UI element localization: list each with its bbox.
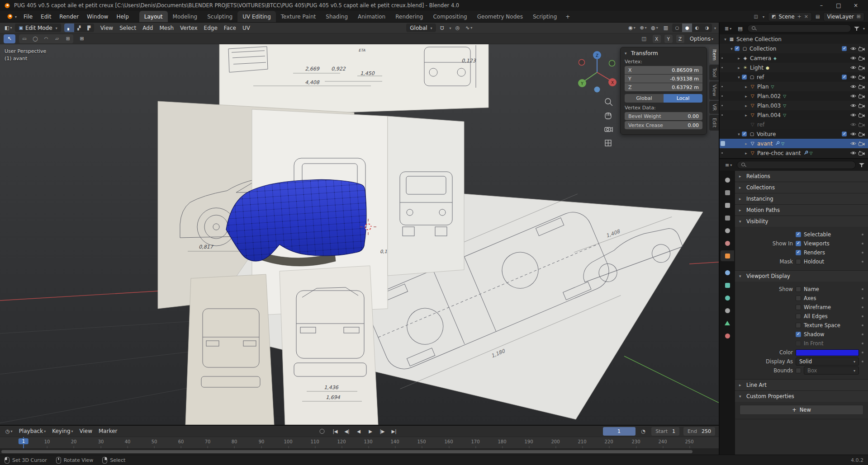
- disable-render-camera-icon[interactable]: [859, 122, 865, 127]
- hide-viewport-eye-icon[interactable]: [850, 56, 857, 61]
- workspace-tab[interactable]: Rendering: [390, 11, 428, 22]
- menubar-menu[interactable]: Render: [55, 12, 83, 21]
- hide-viewport-eye-icon[interactable]: [850, 75, 857, 80]
- disclosure-triangle-icon[interactable]: [625, 51, 629, 56]
- outliner-row[interactable]: ▾ ▦ Scene Collection: [720, 34, 868, 44]
- disable-render-camera-icon[interactable]: [859, 132, 865, 136]
- disclosure-caret[interactable]: ▾: [736, 132, 742, 136]
- gizmo-negative-x[interactable]: [579, 60, 585, 66]
- mirror-icon[interactable]: ◫: [639, 34, 649, 43]
- viewport-menu[interactable]: Vertex: [177, 24, 201, 32]
- options-dropdown[interactable]: Options: [688, 36, 715, 42]
- properties-search-input[interactable]: [749, 162, 852, 168]
- checkbox[interactable]: [796, 296, 801, 301]
- filter-icon[interactable]: [854, 26, 859, 31]
- selectable-checkbox[interactable]: [842, 46, 847, 51]
- mirror-z-toggle[interactable]: Z: [676, 35, 684, 43]
- outliner-row[interactable]: ▸ ▽ Plan.004 ▽: [720, 110, 868, 120]
- horizontal-scrollbar[interactable]: [1, 450, 693, 453]
- disable-render-camera-icon[interactable]: [859, 85, 865, 89]
- vertex-coordinate-field[interactable]: X 0.86509 m: [625, 66, 702, 74]
- checkbox[interactable]: [796, 250, 801, 255]
- outliner-row[interactable]: ▾ ▢ Voiture: [720, 129, 868, 139]
- transport-button[interactable]: ▶: [365, 427, 376, 436]
- disclosure-caret[interactable]: ▾: [729, 47, 735, 51]
- snap-magnet-icon[interactable]: Ω: [437, 23, 447, 32]
- global-orientation-button[interactable]: Global: [625, 94, 664, 103]
- workspace-tab[interactable]: Compositing: [428, 11, 472, 22]
- timeline-menu[interactable]: Keying: [49, 427, 76, 435]
- properties-tab[interactable]: [721, 238, 734, 249]
- vertex-coordinate-field[interactable]: Y -0.93138 m: [625, 75, 702, 83]
- disable-render-camera-icon[interactable]: [859, 94, 865, 99]
- workspace-tab[interactable]: UV Editing: [237, 11, 276, 22]
- gizmos-icon[interactable]: ⊕: [638, 23, 648, 32]
- checkbox[interactable]: [796, 314, 801, 319]
- face-select-mode-button[interactable]: ▛: [84, 23, 94, 32]
- display-as-dropdown[interactable]: Solid: [796, 357, 859, 366]
- new-custom-property-button[interactable]: + New: [740, 405, 863, 415]
- editor-type-properties-icon[interactable]: ≡: [723, 162, 734, 168]
- disclosure-caret[interactable]: ▸: [743, 113, 749, 117]
- disclosure-caret[interactable]: ▸: [736, 56, 742, 61]
- outliner-row[interactable]: ▸ ▽ Plan.002 ▽: [720, 91, 868, 101]
- custom-properties-section-header[interactable]: Custom Properties: [735, 391, 868, 402]
- properties-tab[interactable]: [721, 267, 734, 278]
- disclosure-caret[interactable]: ▸: [743, 85, 749, 89]
- checkbox[interactable]: [796, 341, 801, 346]
- disclosure-caret[interactable]: ▸: [743, 94, 749, 99]
- timeline-menu[interactable]: View: [76, 427, 95, 435]
- transport-button[interactable]: |◀: [330, 427, 341, 436]
- properties-tab[interactable]: [721, 250, 734, 261]
- new-scene-button[interactable]: +: [797, 14, 802, 19]
- shading-material-button[interactable]: ◐: [692, 23, 702, 32]
- disclosure-caret[interactable]: ▾: [736, 75, 742, 80]
- menubar-menu[interactable]: Window: [83, 12, 112, 21]
- current-frame-field[interactable]: 1: [603, 427, 636, 436]
- disable-render-camera-icon[interactable]: [859, 75, 865, 80]
- checkbox[interactable]: [796, 305, 801, 310]
- collection-checkbox[interactable]: [742, 132, 747, 136]
- viewport-menu[interactable]: Mesh: [156, 24, 177, 32]
- cursor-tool-icon[interactable]: ⊞: [62, 34, 73, 43]
- display-mode-icon[interactable]: ▤: [736, 26, 744, 32]
- animate-property-dot[interactable]: [862, 252, 863, 254]
- selectable-checkbox[interactable]: [842, 132, 847, 136]
- bounds-dropdown[interactable]: Box: [804, 366, 859, 375]
- animate-property-dot[interactable]: [862, 243, 863, 244]
- gizmo-negative-y[interactable]: [609, 61, 615, 66]
- gizmo-negative-z[interactable]: [594, 87, 600, 93]
- outliner-search-input[interactable]: [759, 26, 847, 31]
- disable-render-camera-icon[interactable]: [859, 56, 865, 61]
- properties-tab[interactable]: [721, 187, 734, 198]
- collection-checkbox[interactable]: [742, 75, 747, 80]
- workspace-tab[interactable]: Shading: [321, 11, 353, 22]
- selectable-checkbox[interactable]: [842, 75, 847, 80]
- viewport-3d-scene[interactable]: 2,669 0,922 4,408 1,450 0,123 ETA: [0, 44, 719, 425]
- hide-viewport-eye-icon[interactable]: [850, 113, 857, 117]
- editor-type-outliner-icon[interactable]: ≣: [723, 26, 733, 32]
- outliner-row[interactable]: ▸ ◈ Camera ◈: [720, 53, 868, 63]
- active-tool-tweak-icon[interactable]: ↖: [4, 34, 15, 43]
- disclosure-caret[interactable]: ▸: [743, 103, 749, 108]
- disable-render-camera-icon[interactable]: [859, 66, 865, 70]
- select-poly-icon[interactable]: ▱: [52, 34, 62, 43]
- disable-render-camera-icon[interactable]: [859, 47, 865, 51]
- disclosure-caret[interactable]: ▾: [722, 37, 728, 42]
- maximize-button[interactable]: □: [830, 2, 847, 9]
- use-preview-range-clock-icon[interactable]: ◔: [640, 428, 648, 434]
- checkbox[interactable]: [796, 332, 801, 337]
- hide-viewport-eye-icon[interactable]: [850, 94, 857, 99]
- properties-tab[interactable]: [721, 330, 734, 341]
- disclosure-caret[interactable]: ▸: [736, 66, 742, 70]
- hide-viewport-eye-icon[interactable]: [850, 141, 857, 146]
- viewport-menu[interactable]: Add: [139, 24, 156, 32]
- minimize-button[interactable]: –: [813, 2, 830, 9]
- auto-keyframe-record-button[interactable]: [319, 429, 324, 434]
- transport-button[interactable]: ◀: [353, 427, 364, 436]
- scene-selector[interactable]: ◩ Scene + ×: [768, 12, 812, 21]
- shading-wireframe-button[interactable]: ○: [672, 23, 682, 32]
- animate-property-dot[interactable]: [862, 343, 863, 344]
- frame-end-field[interactable]: End 250: [683, 427, 715, 436]
- menubar-menu[interactable]: File: [19, 12, 37, 21]
